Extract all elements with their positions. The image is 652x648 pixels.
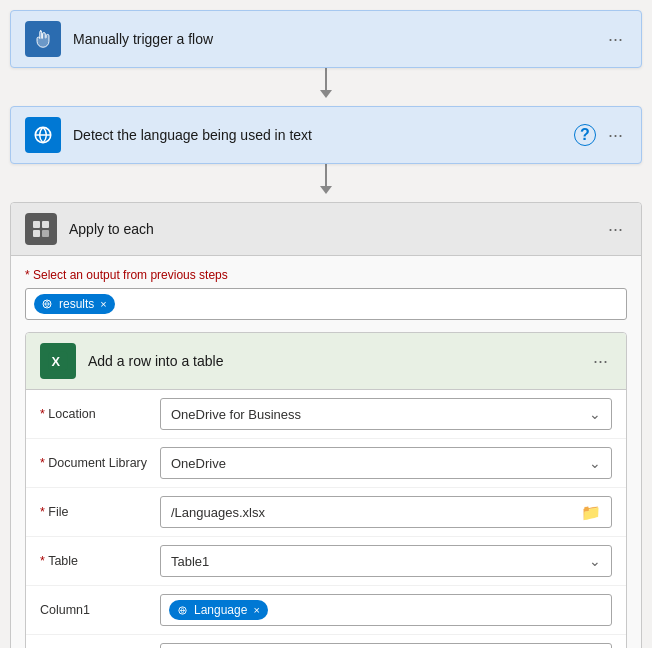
svg-rect-3 [33,230,40,237]
column1-control: Language × [160,594,612,626]
location-control: OneDrive for Business ⌄ [160,398,612,430]
apply-each-body: * Select an output from previous steps r… [11,256,641,648]
column1-label: Column1 [40,603,160,617]
file-row: File /Languages.xlsx 📁 [26,488,626,537]
table-control: Table1 ⌄ [160,545,612,577]
trigger-card: Manually trigger a flow ··· [10,10,642,68]
location-dropdown-arrow: ⌄ [589,406,601,422]
column2-control: Confidence sco... × [160,643,612,648]
arrow-1 [320,68,332,106]
file-label: File [40,505,160,519]
doc-library-row: Document Library OneDrive ⌄ [26,439,626,488]
column1-row: Column1 Lan [26,586,626,635]
location-row: Location OneDrive for Business ⌄ [26,390,626,439]
apply-each-header: Apply to each ··· [11,203,641,256]
file-browse-icon[interactable]: 📁 [581,503,601,522]
file-input[interactable]: /Languages.xlsx 📁 [160,496,612,528]
table-row: Table Table1 ⌄ [26,537,626,586]
language-token-icon [174,602,190,618]
file-value: /Languages.xlsx [171,505,265,520]
detect-dots-button[interactable]: ··· [604,124,627,146]
doc-library-label: Document Library [40,456,160,470]
detect-card: Detect the language being used in text ?… [10,106,642,164]
doc-library-control: OneDrive ⌄ [160,447,612,479]
location-value: OneDrive for Business [171,407,301,422]
svg-rect-4 [42,230,49,237]
results-token: results × [34,294,115,314]
arrow-2 [320,164,332,202]
excel-title: Add a row into a table [88,353,579,369]
column1-input[interactable]: Language × [160,594,612,626]
location-label: Location [40,407,160,421]
trigger-title: Manually trigger a flow [73,31,594,47]
column2-input[interactable]: Confidence sco... × [160,643,612,648]
doc-library-value: OneDrive [171,456,226,471]
apply-each-actions: ··· [604,218,627,240]
doc-library-dropdown[interactable]: OneDrive ⌄ [160,447,612,479]
table-value: Table1 [171,554,209,569]
excel-icon: X [40,343,76,379]
detect-title: Detect the language being used in text [73,127,564,143]
trigger-actions: ··· [604,28,627,50]
apply-each-container: Apply to each ··· * Select an output fro… [10,202,642,648]
select-output-input[interactable]: results × [25,288,627,320]
language-token-label: Language [194,603,247,617]
column2-row: Column2 Con [26,635,626,648]
language-token-close[interactable]: × [253,604,259,616]
table-dropdown[interactable]: Table1 ⌄ [160,545,612,577]
excel-body: Location OneDrive for Business ⌄ Documen… [26,390,626,648]
language-token: Language × [169,600,268,620]
detect-actions: ? ··· [574,124,627,146]
svg-rect-1 [33,221,40,228]
results-token-label: results [59,297,94,311]
apply-each-icon [25,213,57,245]
apply-each-dots-button[interactable]: ··· [604,218,627,240]
svg-rect-2 [42,221,49,228]
detect-icon [25,117,61,153]
flow-canvas: Manually trigger a flow ··· Detect the l… [10,10,642,648]
detect-help-button[interactable]: ? [574,124,596,146]
results-token-close[interactable]: × [100,298,106,310]
trigger-icon [25,21,61,57]
select-output-label: * Select an output from previous steps [25,268,627,282]
svg-text:X: X [52,354,61,369]
excel-actions: ··· [589,350,612,372]
excel-dots-button[interactable]: ··· [589,350,612,372]
trigger-dots-button[interactable]: ··· [604,28,627,50]
apply-each-title: Apply to each [69,221,594,237]
doc-library-dropdown-arrow: ⌄ [589,455,601,471]
table-dropdown-arrow: ⌄ [589,553,601,569]
results-token-icon [39,296,55,312]
excel-header: X Add a row into a table ··· [26,333,626,390]
location-dropdown[interactable]: OneDrive for Business ⌄ [160,398,612,430]
excel-card: X Add a row into a table ··· Location On… [25,332,627,648]
file-control: /Languages.xlsx 📁 [160,496,612,528]
table-label: Table [40,554,160,568]
